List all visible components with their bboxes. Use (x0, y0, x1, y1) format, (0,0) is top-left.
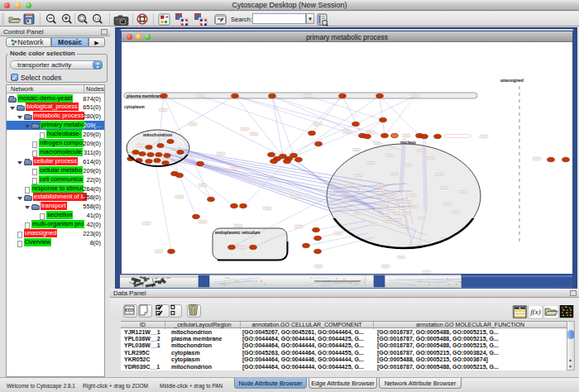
svg-text:f(x): f(x) (530, 308, 541, 316)
svg-text:cytoplasm: cytoplasm (124, 104, 145, 109)
svg-text:unassigned: unassigned (500, 78, 524, 83)
svg-text:1:1: 1:1 (94, 17, 99, 21)
svg-text:plasma membrane: plasma membrane (127, 93, 163, 98)
svg-text:endoplasmic reticulum: endoplasmic reticulum (215, 230, 261, 235)
svg-text:mitochondrion: mitochondrion (143, 132, 172, 137)
